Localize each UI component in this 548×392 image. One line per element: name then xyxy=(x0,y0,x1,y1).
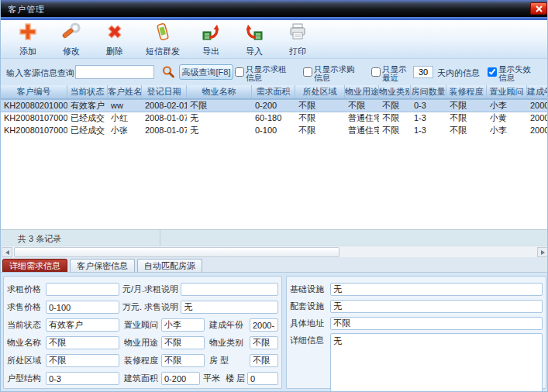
add-button[interactable]: 添加 xyxy=(9,22,47,57)
cell-reg-date: 2008-01-07 ( xyxy=(142,125,187,137)
cell-name: ww xyxy=(108,100,142,112)
advanced-query-button[interactable]: 高级查询[F8] xyxy=(179,64,233,80)
property-use-field[interactable] xyxy=(161,336,205,349)
table-row[interactable]: KH200802010001 有效客户 ww 2008-02-01 ( 不限 0… xyxy=(1,99,548,112)
support-facility-field[interactable] xyxy=(330,300,543,313)
scroll-right-arrow-icon[interactable] xyxy=(537,247,548,257)
region-field[interactable] xyxy=(46,354,119,367)
address-field[interactable] xyxy=(330,317,543,330)
days-input[interactable] xyxy=(413,66,433,78)
room-type-label: 房 型 xyxy=(209,355,250,366)
property-name-field[interactable] xyxy=(46,336,119,349)
basic-facility-label: 基础设施 xyxy=(290,284,330,295)
cell-use: 不限 xyxy=(345,100,379,112)
cell-property-name: 无 xyxy=(187,112,252,125)
cell-rooms: 1-3 xyxy=(411,125,446,137)
cell-category: 不限 xyxy=(379,100,411,112)
rent-unit-desc-label: 元/月.求租说明 xyxy=(119,284,181,295)
cell-area: 0-100 xyxy=(252,125,295,137)
table-row[interactable]: KH200801070001 已经成交 小张 2008-01-07 ( 无 0-… xyxy=(1,125,548,137)
filter-bar: 输入客源信息查询 高级查询[F8] 只显示求租信息 只显示求购信息 只显示最近 … xyxy=(1,59,548,85)
col-header-use[interactable]: 物业用途 xyxy=(345,85,379,98)
cell-status: 已经成交 xyxy=(67,112,108,125)
tab-auto-match-housing[interactable]: 自动匹配房源 xyxy=(137,259,202,272)
tab-detail-demand[interactable]: 详细需求信息 xyxy=(2,259,67,272)
sale-price-row: 求售价格 万元. 求售说明 xyxy=(7,298,278,316)
cell-rooms: 1-3 xyxy=(411,112,446,125)
detail-form-area: 求租价格 元/月.求租说明 求售价格 万元. 求售说明 当前状态 置业顾问 建成… xyxy=(1,273,548,392)
scroll-left-arrow-icon[interactable] xyxy=(2,247,12,257)
col-header-consultant[interactable]: 置业顾问 xyxy=(487,85,527,98)
close-button[interactable] xyxy=(530,2,547,15)
search-input[interactable] xyxy=(75,65,154,79)
search-icon[interactable] xyxy=(160,64,176,80)
delete-x-icon xyxy=(105,22,125,45)
property-category-field[interactable] xyxy=(250,336,278,349)
sale-price-field[interactable] xyxy=(46,301,119,314)
only-recent-checkbox[interactable] xyxy=(371,67,381,77)
cell-customer-no: KH200801070002 xyxy=(1,112,67,125)
cell-use: 普通住宅 xyxy=(345,112,379,125)
export-button[interactable]: 导出 xyxy=(191,22,230,57)
property-name-label: 物业名称 xyxy=(7,337,46,349)
demand-panel: 求租价格 元/月.求租说明 求售价格 万元. 求售说明 当前状态 置业顾问 建成… xyxy=(3,276,282,389)
cell-built-year: 2000 xyxy=(527,100,548,112)
detail-info-field[interactable]: 无 xyxy=(330,333,543,392)
only-rent-checkbox[interactable] xyxy=(235,67,244,77)
only-buy-checkbox[interactable] xyxy=(303,67,312,77)
table-row[interactable]: KH200801070002 已经成交 小红 2008-01-07 ( 无 60… xyxy=(1,112,548,125)
basic-facility-field[interactable] xyxy=(330,283,543,296)
unit-structure-field[interactable] xyxy=(46,372,119,385)
address-label: 具体地址 xyxy=(290,318,330,329)
modify-button-label: 修改 xyxy=(63,46,80,57)
modify-button[interactable]: 修改 xyxy=(52,22,91,57)
col-header-category[interactable]: 物业类别 xyxy=(379,85,411,98)
col-header-region[interactable]: 所处区域 xyxy=(295,85,345,98)
rent-price-field[interactable] xyxy=(46,283,119,296)
build-area-field[interactable] xyxy=(161,372,200,385)
cell-decoration: 不限 xyxy=(446,100,487,112)
floor-field[interactable] xyxy=(247,372,278,385)
current-status-field[interactable] xyxy=(46,318,119,332)
cell-customer-no: KH200802010001 xyxy=(1,100,67,112)
import-button-label: 导入 xyxy=(246,46,263,57)
days-suffix-label: 天内的信息 xyxy=(437,67,480,79)
property-use-label: 物业用途 xyxy=(124,337,161,349)
col-header-property-name[interactable]: 物业名称 xyxy=(187,85,252,98)
cell-built-year: 2000 xyxy=(527,125,548,137)
room-type-field[interactable] xyxy=(250,354,278,367)
delete-button-label: 删除 xyxy=(106,46,123,57)
col-header-area[interactable]: 需求面积 xyxy=(252,85,295,98)
cell-decoration: 不限 xyxy=(446,125,487,137)
horizontal-scrollbar[interactable] xyxy=(1,246,548,257)
sale-unit-desc-label: 万元. 求售说明 xyxy=(119,301,181,313)
show-expired-checkbox[interactable] xyxy=(488,67,497,77)
print-button[interactable]: 打印 xyxy=(278,22,317,57)
col-header-name[interactable]: 客户姓名 xyxy=(108,85,142,98)
phone-icon xyxy=(153,22,173,45)
sale-desc-field[interactable] xyxy=(181,301,278,314)
tab-customer-confidential[interactable]: 客户保密信息 xyxy=(70,259,135,272)
built-year-field[interactable] xyxy=(250,318,278,332)
col-header-status[interactable]: 当前状态 xyxy=(67,85,108,98)
sale-price-label: 求售价格 xyxy=(7,301,46,313)
show-expired-label: 显示失效信息 xyxy=(498,65,539,82)
col-header-rooms[interactable]: 房间数量 xyxy=(411,85,446,98)
rent-price-label: 求租价格 xyxy=(7,284,46,295)
col-header-reg-date[interactable]: 登记日期 xyxy=(142,85,187,98)
rent-desc-field[interactable] xyxy=(181,283,278,296)
export-button-label: 导出 xyxy=(202,46,219,57)
delete-button[interactable]: 删除 xyxy=(95,22,134,57)
consultant-field[interactable] xyxy=(161,318,205,332)
window-title: 客户管理 xyxy=(8,4,45,15)
sms-broadcast-button[interactable]: 短信群发 xyxy=(139,22,187,57)
built-year-label: 建成年份 xyxy=(209,319,250,331)
import-button[interactable]: 导入 xyxy=(235,22,274,57)
col-header-built-year[interactable]: 建成年份 xyxy=(527,85,548,98)
cell-decoration: 不限 xyxy=(446,112,487,125)
decoration-field[interactable] xyxy=(161,354,205,367)
scrollbar-thumb[interactable] xyxy=(14,247,339,257)
col-header-decoration[interactable]: 装修程度 xyxy=(446,85,487,98)
toolbar: 添加 修改 删除 xyxy=(1,20,548,59)
col-header-customer-no[interactable]: 客户编号 xyxy=(1,85,67,98)
